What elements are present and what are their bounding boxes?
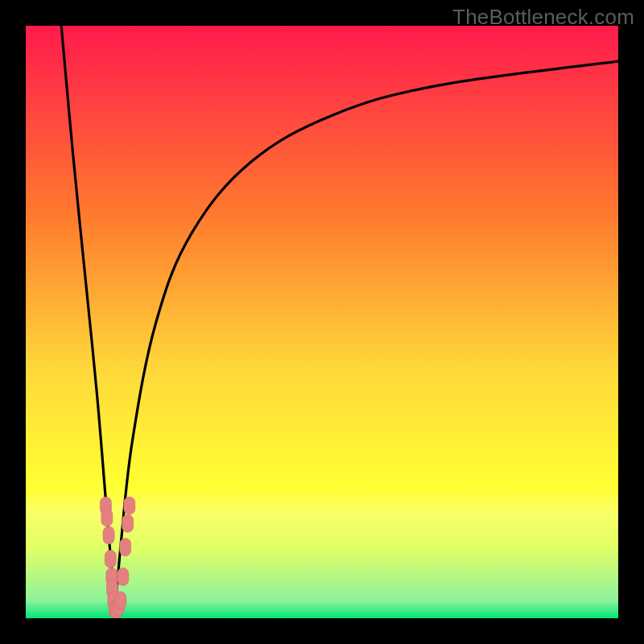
- chart-svg: [26, 26, 618, 618]
- data-marker: [124, 497, 135, 514]
- plot-area: [26, 26, 618, 618]
- gradient-bg: [26, 26, 618, 618]
- chart-frame: TheBottleneck.com: [0, 0, 644, 644]
- data-marker: [122, 514, 134, 532]
- data-marker: [115, 592, 126, 609]
- data-marker: [118, 568, 129, 585]
- data-marker: [105, 550, 116, 568]
- data-marker: [103, 526, 114, 544]
- data-marker: [101, 509, 113, 526]
- data-marker: [120, 539, 131, 556]
- watermark-text: TheBottleneck.com: [452, 5, 634, 30]
